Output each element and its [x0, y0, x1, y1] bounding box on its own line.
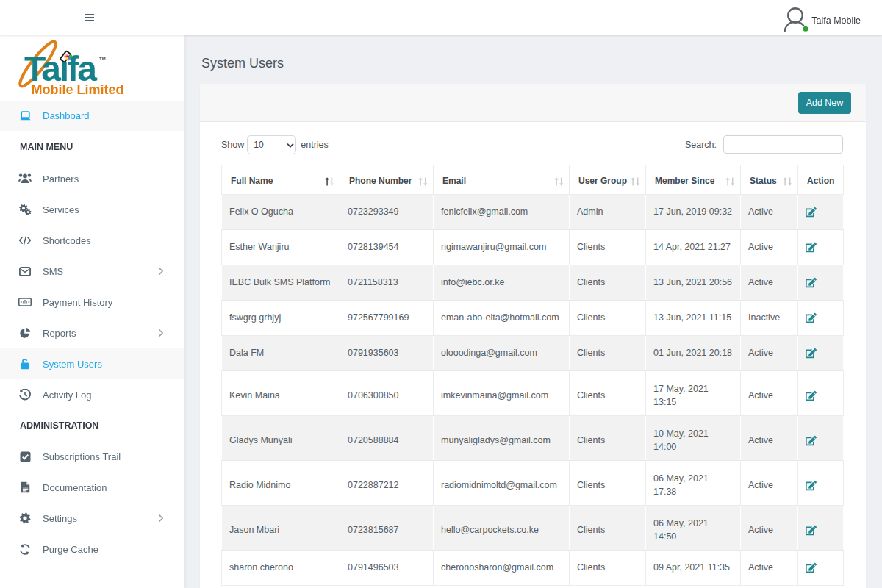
svg-text:Mobile Limited: Mobile Limited: [32, 82, 124, 97]
svg-text:TM: TM: [99, 57, 106, 61]
svg-text:0: 0: [24, 300, 26, 304]
